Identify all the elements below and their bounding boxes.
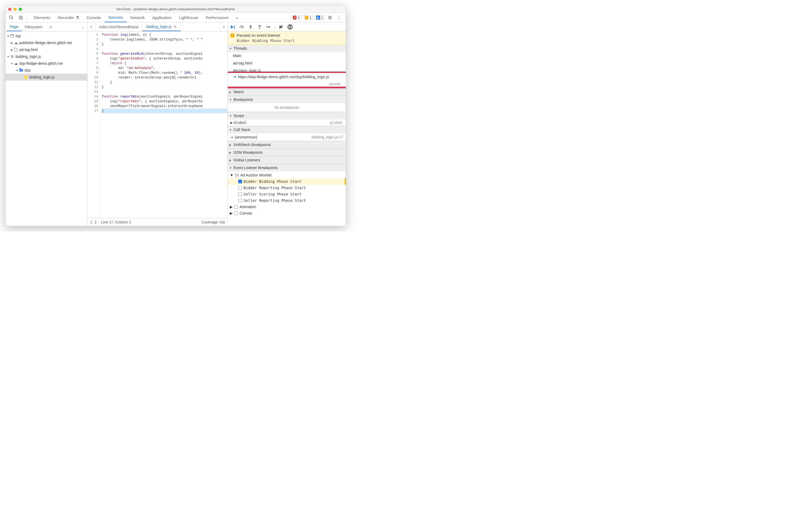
tree-dsp-file[interactable]: bidding_logic.js	[5, 74, 87, 80]
file-tabs: index.html?fencedframe bidding_logic.js✕	[88, 22, 227, 32]
prev-tab-icon[interactable]	[88, 22, 95, 31]
thread-bidding[interactable]: ➔ https://dsp-fledge-demo.glitch.me/dsp/…	[228, 73, 345, 87]
thread-status: paused	[329, 82, 340, 86]
checkbox-icon[interactable]	[238, 192, 242, 196]
callstack-header[interactable]: ▼Call Stack	[228, 126, 346, 133]
tab-elements[interactable]: Elements	[30, 13, 54, 22]
navigator-menu-icon[interactable]: ⋮	[78, 22, 87, 31]
tab-recorder[interactable]: Recorder⚗	[54, 13, 83, 22]
tree-worklet[interactable]: ⚙bidding_logic.js	[5, 53, 87, 60]
code-content[interactable]: function log(label, o) { console.log(lab…	[100, 32, 227, 218]
editor-statusbar: { } Line 17, Column 2 Coverage: n/a	[88, 218, 227, 226]
minimize-window-button[interactable]	[14, 8, 17, 11]
devtools-window: DevTools - publisher-fledge-demo.glitch.…	[5, 5, 346, 226]
thread-adtag[interactable]: ad-tag.html	[228, 59, 346, 67]
cloud-icon: ☁	[14, 40, 18, 45]
window-title: DevTools - publisher-fledge-demo.glitch.…	[5, 7, 346, 11]
deactivate-breakpoints-icon[interactable]	[278, 24, 284, 30]
tab-sources[interactable]: Sources	[105, 13, 127, 22]
tab-network[interactable]: Network	[127, 13, 149, 22]
format-icon[interactable]: { }	[90, 220, 97, 224]
scope-global[interactable]: ▶Globalglobal	[228, 119, 346, 126]
tree-top[interactable]: top	[5, 33, 87, 39]
checkbox-icon[interactable]	[234, 211, 238, 215]
event-cat-canvas[interactable]: ▶Canvas	[228, 210, 346, 216]
file-tree: top ☁publisher-fledge-demo.glitch.me ad-…	[5, 32, 87, 226]
svg-point-6	[266, 26, 267, 27]
xhr-header[interactable]: ▶XHR/fetch Breakpoints	[228, 141, 346, 149]
subtab-page[interactable]: Page	[6, 22, 22, 31]
tree-dsp-folder[interactable]: dsp	[5, 67, 87, 74]
step-over-icon[interactable]	[238, 24, 245, 30]
event-bidder-reporting[interactable]: Bidder Reporting Phase Start	[228, 185, 346, 191]
step-icon[interactable]	[265, 24, 272, 30]
svg-point-5	[259, 28, 260, 29]
navigator-panel: Page Filesystem » ⋮ top ☁publisher-fledg…	[5, 22, 88, 226]
frame-location: bidding_logic.js:17	[312, 135, 343, 139]
device-toggle-icon[interactable]	[16, 13, 26, 22]
scope-header[interactable]: ▼Scope	[228, 112, 346, 119]
tree-dsp-origin[interactable]: ☁dsp-fledge-demo.glitch.me	[5, 60, 87, 67]
breakpoints-header[interactable]: ▼Breakpoints	[228, 96, 346, 103]
current-thread-arrow-icon: ➔	[233, 75, 237, 79]
warning-badge[interactable]: !1	[303, 15, 313, 20]
checkbox-icon[interactable]	[238, 198, 242, 202]
cursor-position: Line 17, Column 2	[101, 220, 131, 224]
more-subtabs-icon[interactable]: »	[47, 22, 55, 31]
issue-icon: ▮	[316, 16, 320, 20]
current-frame-arrow-icon: ➔	[230, 135, 233, 139]
tree-adtag[interactable]: ad-tag.html	[5, 46, 87, 53]
settings-icon[interactable]: ⚙	[326, 15, 334, 21]
navigator-tabs: Page Filesystem » ⋮	[5, 22, 87, 32]
main-toolbar: Elements Recorder⚗ Console Sources Netwo…	[5, 13, 346, 22]
event-seller-reporting[interactable]: Seller Reporting Phase Start	[228, 197, 346, 204]
frame-icon	[10, 35, 14, 38]
code-editor[interactable]: 1234567891011121314151617 function log(l…	[88, 32, 227, 218]
debugger-panel: ❚❚ !Paused on event listener Bidder Bidd…	[227, 22, 346, 226]
threads-header[interactable]: ▼Threads	[228, 45, 346, 52]
paused-banner: !Paused on event listener Bidder Bidding…	[228, 32, 346, 45]
step-into-icon[interactable]	[247, 24, 254, 30]
tab-application[interactable]: Application	[149, 13, 175, 22]
cloud-icon: ☁	[14, 61, 18, 66]
checkbox-icon[interactable]	[238, 186, 242, 190]
tree-publisher-origin[interactable]: ☁publisher-fledge-demo.glitch.me	[5, 39, 87, 46]
threads-section: ▼Threads Main ad-tag.html decision_logic…	[228, 45, 346, 88]
issues-badge[interactable]: ▮1	[315, 15, 325, 20]
subtab-filesystem[interactable]: Filesystem	[22, 22, 46, 31]
callstack-frame[interactable]: ➔ (anonymous) bidding_logic.js:17	[228, 133, 346, 141]
scope-section: ▼Scope ▶Globalglobal	[228, 112, 346, 126]
thread-main[interactable]: Main	[228, 52, 346, 59]
body: Page Filesystem » ⋮ top ☁publisher-fledg…	[5, 22, 346, 226]
warning-icon: !	[230, 33, 234, 38]
events-header[interactable]: ▼Event Listener Breakpoints	[228, 164, 346, 171]
next-tab-icon[interactable]	[220, 22, 227, 31]
step-out-icon[interactable]	[256, 24, 263, 30]
file-tab-index[interactable]: index.html?fencedframe	[95, 22, 143, 31]
resume-icon[interactable]	[229, 24, 236, 30]
more-tabs-icon[interactable]: »	[232, 13, 242, 22]
checkbox-checked-icon[interactable]: ✓	[238, 179, 242, 183]
checkbox-icon[interactable]	[234, 205, 238, 209]
inspect-element-icon[interactable]	[6, 13, 16, 22]
pause-exceptions-icon[interactable]: ❚❚	[287, 24, 294, 30]
globals-header[interactable]: ▶Global Listeners	[228, 156, 346, 164]
event-bidder-bidding[interactable]: ✓Bidder Bidding Phase Start	[228, 178, 346, 185]
file-tab-bidding[interactable]: bidding_logic.js✕	[143, 22, 181, 31]
close-window-button[interactable]	[8, 8, 11, 11]
watch-header[interactable]: ▶Watch	[228, 88, 346, 96]
tab-lighthouse[interactable]: Lighthouse	[175, 13, 202, 22]
zoom-window-button[interactable]	[19, 8, 22, 11]
dom-header[interactable]: ▶DOM Breakpoints	[228, 149, 346, 156]
event-cat-animation[interactable]: ▶Animation	[228, 204, 346, 210]
debug-controls: ❚❚	[228, 22, 346, 32]
event-cat-adauction[interactable]: ▼Ad Auction Worklet	[228, 172, 346, 178]
error-badge[interactable]: ✕1	[291, 15, 301, 20]
checkbox-indeterminate-icon[interactable]	[235, 173, 239, 177]
tab-console[interactable]: Console	[83, 13, 105, 22]
event-seller-scoring[interactable]: Seller Scoring Phase Start	[228, 191, 346, 197]
more-menu-icon[interactable]: ⋮	[335, 15, 343, 21]
error-icon: ✕	[293, 16, 297, 20]
tab-performance[interactable]: Performance	[202, 13, 232, 22]
close-tab-icon[interactable]: ✕	[173, 24, 177, 29]
